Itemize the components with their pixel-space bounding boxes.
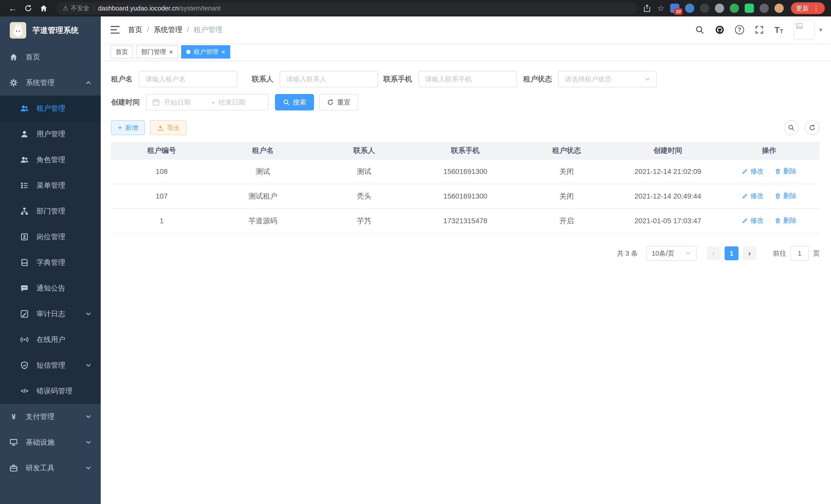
sidebar-item-online-user[interactable]: 在线用户 [0,327,101,352]
chevron-down-icon [85,465,92,472]
extensions-puzzle-icon[interactable] [760,4,769,13]
goto-page-input[interactable] [791,246,809,261]
chrome-update-button[interactable]: 更新 ⋮ [791,2,825,14]
edit-button[interactable]: 修改 [742,216,764,225]
sidebar-item-audit-log[interactable]: 审计日志 [0,301,101,327]
browser-reload-button[interactable] [22,2,35,15]
sidebar-collapse-button[interactable] [110,24,121,35]
sidebar-item-system[interactable]: 系统管理 [0,70,101,95]
help-icon[interactable]: ? [735,25,744,34]
total-count: 共 3 条 [617,249,638,258]
sidebar-item-infra[interactable]: 基础设施 [0,429,101,455]
add-button[interactable]: + 新增 [111,120,145,135]
tenant-name-input[interactable] [139,71,237,87]
edit-log-icon [20,309,29,318]
tab-dept[interactable]: 部门管理 × [136,45,178,59]
delete-button[interactable]: 删除 [774,216,797,225]
extension-icon[interactable] [685,4,694,13]
breadcrumb-home[interactable]: 首页 [128,25,142,35]
column-header: 租户状态 [516,142,617,159]
refresh-icon [327,99,334,106]
sidebar-item-post[interactable]: 岗位管理 [0,224,101,250]
export-button[interactable]: 导出 [150,120,187,135]
share-icon[interactable] [643,4,651,12]
gear-icon [9,78,18,87]
monitor-icon [9,438,18,447]
app-logo-row: 芋道管理系统 [0,17,101,44]
sidebar-item-tenant[interactable]: 租户管理 [0,95,101,121]
browser-back-button[interactable]: ← [6,2,20,15]
search-button[interactable]: 搜索 [275,94,314,111]
next-page-button[interactable]: › [743,246,756,260]
column-header: 联系手机 [415,142,516,159]
tab-home[interactable]: 首页 [111,45,133,59]
page-1-button[interactable]: 1 [725,246,739,260]
font-size-icon[interactable]: TT [774,25,783,34]
sidebar-item-user[interactable]: 用户管理 [0,121,101,147]
toggle-search-button[interactable] [784,120,799,135]
edit-button[interactable]: 修改 [742,191,764,200]
chevron-down-icon [85,362,92,369]
sidebar-item-devtools[interactable]: 研发工具 [0,455,101,481]
browser-profile-avatar[interactable] [774,4,784,13]
address-bar[interactable]: ⚠ 不安全 dashboard.yudao.iocoder.cn/system/… [56,2,637,14]
signal-icon [20,335,29,344]
tags-view-bar: 首页 部门管理 × 租户管理 × [101,43,831,61]
sidebar-item-dept[interactable]: 部门管理 [0,198,101,224]
column-header: 租户编号 [111,142,212,159]
breadcrumb-system[interactable]: 系统管理 [154,25,182,35]
edit-button[interactable]: 修改 [742,167,764,176]
contact-label: 联系人 [252,74,274,84]
sidebar-item-notice[interactable]: 通知公告 [0,275,101,301]
status-select[interactable]: 请选择租户状态 [558,71,657,87]
close-icon[interactable]: × [221,49,225,55]
page-size-select[interactable]: 10条/页 [647,246,697,261]
sidebar-item-error-code[interactable]: </> 错误码管理 [0,378,101,404]
sidebar-item-menu[interactable]: 菜单管理 [0,173,101,198]
reset-button[interactable]: 重置 [319,94,358,111]
page-content: 租户名 联系人 联系手机 租户状态 请选择租户状态 创建时间 开始日期 - [101,61,831,504]
column-header: 创建时间 [617,142,718,159]
search-icon[interactable] [695,25,705,35]
shield-icon [20,361,29,369]
extension-icon[interactable] [715,4,724,13]
mobile-input[interactable] [418,71,517,87]
create-time-range-picker[interactable]: 开始日期 - 结束日期 [146,94,269,111]
sidebar-item-role[interactable]: 角色管理 [0,147,101,173]
sidebar-item-payment[interactable]: ¥ 支付管理 [0,404,101,429]
chevron-down-icon [85,413,92,420]
user-avatar[interactable] [794,20,814,39]
table-row: 108 测试 测试 15601691300 关闭 2021-12-14 21:0… [111,159,820,184]
tenant-table: 租户编号 租户名 联系人 联系手机 租户状态 创建时间 操作 108 测试 测试 [111,142,820,234]
delete-button[interactable]: 删除 [774,191,797,200]
extension-icon[interactable] [745,4,754,13]
sidebar-item-sms[interactable]: 短信管理 [0,352,101,378]
message-icon [20,284,29,293]
prev-page-button[interactable]: ‹ [707,246,720,260]
sidebar-item-home[interactable]: 首页 [0,44,101,70]
github-icon[interactable] [715,25,725,35]
warning-icon: ⚠ [63,5,68,12]
extension-icon[interactable]: 10 [670,4,679,13]
org-tree-icon [20,207,29,215]
breadcrumb-tenant: 租户管理 [194,25,223,35]
close-icon[interactable]: × [169,49,173,55]
caret-down-icon[interactable]: ▾ [819,26,822,33]
delete-button[interactable]: 删除 [774,167,797,176]
security-label[interactable]: 不安全 [71,4,89,12]
refresh-table-button[interactable] [805,120,820,135]
bookmark-star-icon[interactable]: ☆ [657,4,664,12]
browser-home-button[interactable] [37,2,50,15]
sidebar-item-dict[interactable]: 字典管理 [0,250,101,275]
chrome-menu-icon[interactable]: ⋮ [812,4,820,12]
date-end-placeholder: 结束日期 [219,98,263,107]
page-unit-label: 页 [813,249,820,258]
users-icon [20,104,29,113]
extension-icon[interactable] [730,4,739,13]
extension-icon[interactable] [700,4,709,13]
chevron-down-icon [644,76,651,83]
contact-input[interactable] [280,71,378,87]
tab-tenant[interactable]: 租户管理 × [181,45,230,59]
fullscreen-icon[interactable] [754,25,764,35]
table-row: 1 芋道源码 芋艿 17321315478 开启 2021-01-05 17:0… [111,209,820,233]
